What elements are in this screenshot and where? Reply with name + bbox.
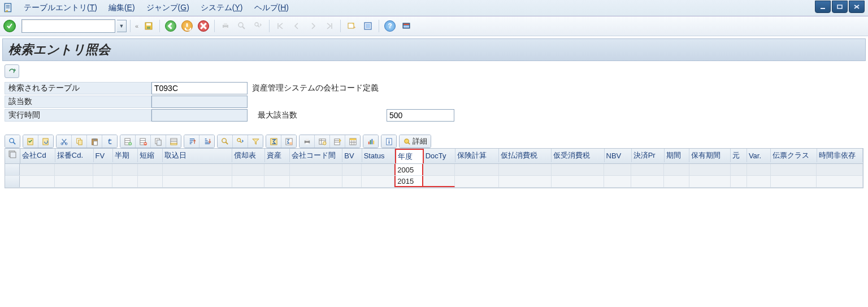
exit-button[interactable] xyxy=(180,19,194,33)
alv-filter-button[interactable] xyxy=(248,135,263,148)
col-insurance[interactable]: 保険計算 xyxy=(455,149,500,162)
col-settle-pr[interactable]: 決済Pr xyxy=(632,149,665,162)
menu-system[interactable]: システム(Y) xyxy=(195,2,249,14)
alv-cut-button[interactable] xyxy=(57,135,72,148)
command-field[interactable] xyxy=(21,19,115,33)
alv-copy-button[interactable] xyxy=(72,135,87,148)
col-var[interactable]: Var. xyxy=(747,149,771,162)
alv-view-button[interactable] xyxy=(315,135,330,148)
page-title: 検索エントリ照会 xyxy=(8,41,860,58)
alv-sum-button[interactable] xyxy=(266,135,281,148)
layout-button[interactable] xyxy=(399,19,414,33)
svg-point-74 xyxy=(405,139,409,143)
alv-check-button[interactable] xyxy=(23,135,38,148)
svg-rect-29 xyxy=(93,138,96,140)
col-number-code[interactable]: 採番Cd. xyxy=(55,149,94,162)
svg-point-9 xyxy=(238,23,243,27)
alv-duplicate-row-button[interactable] xyxy=(151,135,166,148)
window-buttons xyxy=(815,1,865,13)
col-depr-chart[interactable]: 償却表 xyxy=(232,149,265,162)
col-short[interactable]: 短縮 xyxy=(138,149,163,162)
alv-append-row-button[interactable] xyxy=(166,135,181,148)
col-status[interactable]: Status xyxy=(362,149,395,162)
col-asset[interactable]: 資産 xyxy=(265,149,290,162)
alv-undo-button[interactable] xyxy=(102,135,117,148)
maximize-button[interactable] xyxy=(832,1,848,13)
table-desc: 資産管理システムの会社コード定義 xyxy=(248,82,383,94)
alv-detail-button[interactable]: 詳細 xyxy=(400,135,431,148)
col-period[interactable]: 期間 xyxy=(665,149,689,162)
svg-rect-4 xyxy=(146,23,151,25)
col-orig[interactable]: 元 xyxy=(731,149,747,162)
col-prov-tax-pay[interactable]: 仮払消費税 xyxy=(499,149,552,162)
alv-delete-row-button[interactable] xyxy=(136,135,151,148)
alv-print-button[interactable] xyxy=(300,135,315,148)
row-selector[interactable] xyxy=(5,164,20,175)
svg-rect-7 xyxy=(224,23,227,25)
refresh-button[interactable] xyxy=(5,64,19,78)
svg-rect-77 xyxy=(10,152,16,158)
alv-insert-row-button[interactable] xyxy=(120,135,136,148)
alv-sort-asc-button[interactable] xyxy=(184,135,199,148)
alv-paste-button[interactable] xyxy=(87,135,102,148)
menu-goto[interactable]: ジャンプ(G) xyxy=(141,2,195,14)
col-capture-date[interactable]: 取込日 xyxy=(163,149,232,162)
svg-rect-73 xyxy=(388,141,389,144)
table-row[interactable]: 2005 xyxy=(5,164,863,176)
col-time-indep[interactable]: 時間非依存 xyxy=(817,149,863,162)
col-bv[interactable]: BV xyxy=(342,149,362,162)
alv-find-button[interactable] xyxy=(218,135,233,148)
close-button[interactable] xyxy=(849,1,865,13)
svg-rect-40 xyxy=(157,140,161,145)
alv-graphic-button[interactable] xyxy=(363,135,378,148)
svg-rect-30 xyxy=(93,141,97,145)
col-hold-period[interactable]: 保有期間 xyxy=(689,149,731,162)
hits-output xyxy=(151,96,248,108)
alv-layout-button[interactable] xyxy=(345,135,360,148)
alv-subtotal-button[interactable] xyxy=(281,135,296,148)
svg-rect-51 xyxy=(289,142,292,145)
svg-rect-53 xyxy=(305,139,309,141)
alv-details-icon[interactable] xyxy=(5,135,20,148)
svg-point-20 xyxy=(9,138,14,142)
col-prov-tax-recv[interactable]: 仮受消費税 xyxy=(552,149,604,162)
last-page-button xyxy=(322,19,337,33)
svg-point-72 xyxy=(388,139,389,140)
col-half[interactable]: 半期 xyxy=(113,149,138,162)
col-fv[interactable]: FV xyxy=(94,149,113,162)
alv-find-next-button[interactable] xyxy=(233,135,248,148)
svg-point-58 xyxy=(323,141,326,145)
cancel-button[interactable] xyxy=(196,19,211,33)
save-button[interactable] xyxy=(141,19,156,33)
menu-help[interactable]: ヘルプ(H) xyxy=(249,2,294,14)
alv-sort-desc-button[interactable] xyxy=(199,135,214,148)
alv-refresh-button[interactable] xyxy=(38,135,53,148)
create-shortcut-button[interactable] xyxy=(361,19,375,33)
col-doc-class[interactable]: 伝票クラス xyxy=(771,149,817,162)
title-bar: 検索エントリ照会 xyxy=(2,38,866,61)
menu-table-entry[interactable]: テーブルエントリ(T) xyxy=(18,2,103,14)
enter-button[interactable] xyxy=(3,20,16,32)
back-button[interactable] xyxy=(163,19,178,33)
maxhits-input[interactable] xyxy=(387,109,454,122)
row-selector[interactable] xyxy=(5,176,20,187)
col-nbv[interactable]: NBV xyxy=(605,149,632,162)
grid-body: 2005 2015 xyxy=(5,164,863,188)
minimize-button[interactable] xyxy=(815,1,831,13)
col-year[interactable]: 年度 xyxy=(395,149,424,163)
menu-edit[interactable]: 編集(E) xyxy=(103,2,141,14)
svg-rect-44 xyxy=(170,143,176,145)
new-session-button[interactable]: + xyxy=(344,19,359,33)
table-row[interactable]: 2015 xyxy=(5,176,863,188)
table-label: 検索されるテーブル xyxy=(5,82,151,94)
col-intercompany[interactable]: 会社コード間 xyxy=(290,149,342,162)
col-docty[interactable]: DocTy xyxy=(424,149,455,162)
table-input[interactable] xyxy=(151,82,248,94)
select-all-button[interactable] xyxy=(5,149,20,163)
menu-doc-icon[interactable] xyxy=(3,3,14,13)
alv-info-button[interactable] xyxy=(381,135,396,148)
help-button[interactable]: ? xyxy=(383,19,397,33)
col-company-code[interactable]: 会社Cd xyxy=(20,149,55,162)
command-dropdown[interactable]: ▼ xyxy=(117,20,127,32)
alv-export-button[interactable] xyxy=(330,135,345,148)
